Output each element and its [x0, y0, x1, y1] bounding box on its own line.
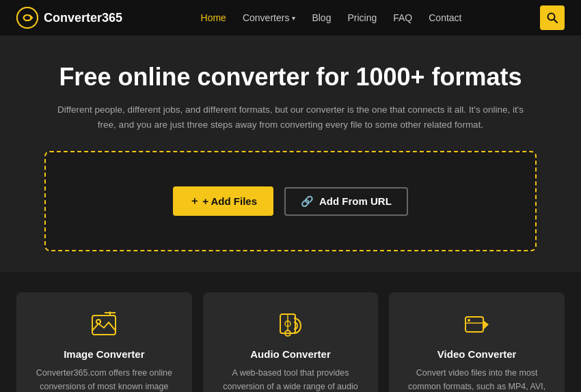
image-converter-icon [90, 311, 118, 340]
feature-card-video[interactable]: Video Converter Convert video files into… [389, 292, 565, 392]
audio-converter-icon [276, 311, 305, 340]
search-icon [547, 12, 558, 23]
navbar: Converter365 Home Converters ▾ Blog Pric… [0, 0, 581, 36]
nav-blog[interactable]: Blog [312, 12, 331, 23]
svg-point-0 [17, 8, 38, 28]
nav-faq[interactable]: FAQ [393, 12, 412, 23]
nav-pricing[interactable]: Pricing [347, 12, 377, 23]
audio-converter-title: Audio Converter [217, 348, 365, 360]
svg-point-13 [468, 319, 470, 322]
features-grid: Image Converter Converter365.com offers … [0, 272, 581, 392]
hero-section: Free online converter for 1000+ formats … [0, 36, 581, 272]
svg-rect-3 [92, 316, 116, 335]
link-icon: 🔗 [301, 195, 314, 208]
feature-card-audio[interactable]: Audio Converter A web-based tool that pr… [203, 292, 379, 392]
feature-card-image[interactable]: Image Converter Converter365.com offers … [16, 292, 192, 392]
nav-links: Home Converters ▾ Blog Pricing FAQ Conta… [201, 12, 462, 24]
chevron-down-icon: ▾ [292, 14, 295, 22]
logo-icon [16, 7, 38, 29]
plus-icon: ＋ [189, 195, 200, 208]
nav-converters[interactable]: Converters ▾ [243, 12, 295, 23]
image-converter-title: Image Converter [30, 348, 178, 360]
svg-line-2 [554, 20, 557, 23]
svg-marker-12 [483, 320, 489, 330]
add-files-button[interactable]: ＋ + Add Files [173, 186, 273, 216]
nav-home[interactable]: Home [201, 12, 226, 23]
svg-rect-11 [465, 317, 483, 332]
hero-subtitle: Different people, different jobs, and di… [51, 102, 530, 132]
logo[interactable]: Converter365 [16, 7, 122, 29]
video-converter-desc: Convert video files into the most common… [403, 367, 551, 392]
dropzone[interactable]: ＋ + Add Files 🔗 Add From URL [44, 151, 537, 251]
video-converter-icon [463, 311, 491, 340]
hero-title: Free online converter for 1000+ formats [16, 63, 565, 92]
add-url-button[interactable]: 🔗 Add From URL [284, 187, 408, 216]
audio-converter-desc: A web-based tool that provides conversio… [217, 367, 365, 392]
nav-contact[interactable]: Contact [429, 12, 461, 23]
logo-text: Converter365 [44, 11, 122, 25]
search-button[interactable] [540, 5, 565, 30]
image-converter-desc: Converter365.com offers free online conv… [30, 367, 178, 392]
video-converter-title: Video Converter [403, 348, 551, 360]
